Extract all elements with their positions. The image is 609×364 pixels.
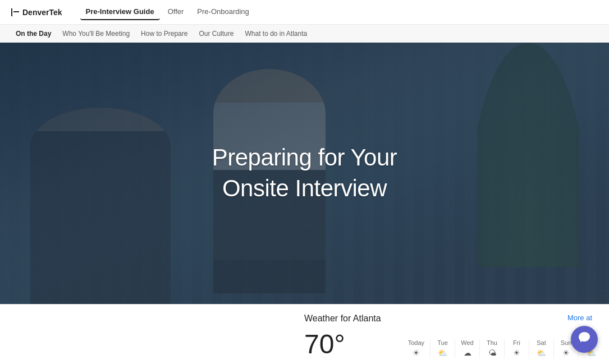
sub-nav-item-what-to-do-in-atlanta[interactable]: What to do in Atlanta [240, 27, 312, 40]
chat-icon [578, 331, 591, 348]
weather-day-icon-thu: 🌤 [488, 348, 496, 357]
weather-day-icon-today: ☀ [413, 348, 420, 357]
weather-day-sat: Sat ⛅ [529, 339, 554, 358]
weather-bar: Weather for Atlanta More at 70° Today ☀ … [0, 304, 609, 364]
weather-current: 70° [304, 329, 345, 360]
sub-nav-item-how-to-prepare[interactable]: How to Prepare [136, 27, 192, 40]
logo-name: DenverTek [22, 8, 62, 17]
hero-title-line2: Onsite Interview [212, 173, 397, 204]
weather-day-name-today: Today [408, 339, 424, 346]
weather-day-icon-sun: ☀ [562, 348, 570, 357]
chat-button[interactable] [571, 326, 598, 353]
weather-day-name-sat: Sat [537, 339, 546, 346]
main-nav: Pre-Interview Guide Offer Pre-Onboarding [80, 4, 255, 20]
hero-title-line1: Preparing for Your [212, 142, 397, 173]
sub-nav-item-our-culture[interactable]: Our Culture [194, 27, 238, 40]
logo-area[interactable]: DenverTek [11, 8, 62, 17]
hero-text-block: Preparing for Your Onsite Interview [212, 142, 397, 204]
weather-day-icon-fri: ☀ [513, 348, 520, 357]
main-nav-item-pre-interview-guide[interactable]: Pre-Interview Guide [80, 4, 160, 20]
weather-day-name-wed: Wed [461, 339, 473, 346]
weather-day-icon-sat: ⛅ [537, 348, 546, 357]
weather-day-tue: Tue ⛅ [431, 339, 455, 358]
weather-day-icon-tue: ⛅ [438, 348, 447, 357]
hero-section: Preparing for Your Onsite Interview [0, 43, 609, 304]
weather-day-name-sun: Sun [561, 339, 572, 346]
weather-current-temp: 70° [304, 329, 345, 360]
weather-day-thu: Thu 🌤 [480, 339, 505, 358]
sub-nav-item-who-youll-be-meeting[interactable]: Who You'll Be Meeting [58, 27, 134, 40]
hero-title: Preparing for Your Onsite Interview [212, 142, 397, 204]
logo-icon [11, 8, 19, 16]
weather-day-name-thu: Thu [487, 339, 497, 346]
weather-day-wed: Wed ☁ [455, 339, 480, 358]
weather-day-name-fri: Fri [513, 339, 520, 346]
svg-rect-1 [13, 11, 19, 12]
weather-day-name-tue: Tue [437, 339, 448, 346]
main-nav-item-offer[interactable]: Offer [162, 4, 190, 20]
weather-more-link[interactable]: More at [567, 314, 592, 322]
weather-day-today: Today ☀ [402, 339, 431, 358]
sub-nav: On the Day Who You'll Be Meeting How to … [0, 25, 609, 43]
weather-day-icon-wed: ☁ [464, 348, 471, 357]
svg-rect-0 [11, 8, 12, 16]
weather-title: Weather for Atlanta [304, 314, 381, 324]
top-nav: DenverTek Pre-Interview Guide Offer Pre-… [0, 0, 609, 25]
weather-day-fri: Fri ☀ [505, 339, 529, 358]
main-nav-item-pre-onboarding[interactable]: Pre-Onboarding [191, 4, 255, 20]
sub-nav-item-on-the-day[interactable]: On the Day [11, 27, 56, 40]
